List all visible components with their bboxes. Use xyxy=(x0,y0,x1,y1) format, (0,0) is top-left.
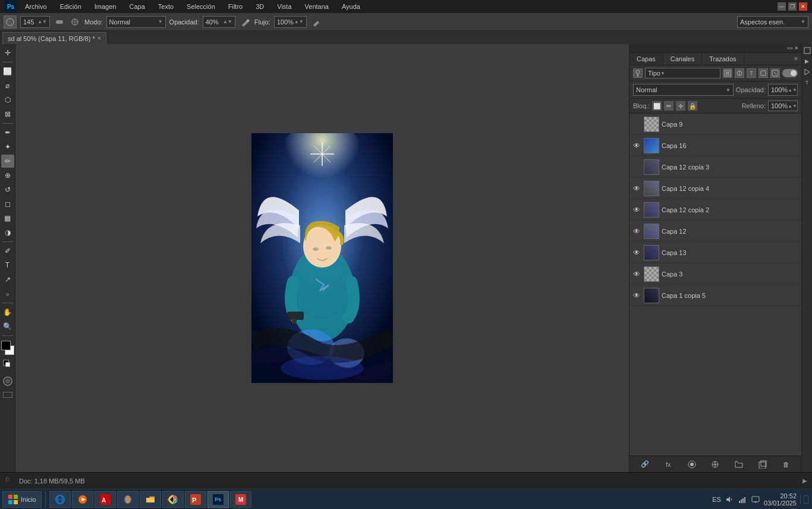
eraser-tool[interactable]: ◻ xyxy=(1,197,14,210)
layer-item[interactable]: 👁 Capa 1 copia 5 xyxy=(630,285,801,306)
layer-item[interactable]: 👁 Capa 9 xyxy=(630,114,801,135)
opacity-input[interactable]: 40%▲▼ xyxy=(203,16,235,28)
clone-stamp-tool[interactable]: ⊕ xyxy=(1,169,14,182)
speaker-icon[interactable] xyxy=(725,495,734,504)
filter-toggle[interactable] xyxy=(782,69,798,77)
lasso-tool[interactable]: ⌀ xyxy=(1,79,14,92)
lock-all-button[interactable]: 🔒 xyxy=(688,101,697,111)
menu-capa[interactable]: Capa xyxy=(124,2,149,11)
taskbar-app-unknown[interactable]: M xyxy=(230,491,251,508)
taskbar-photoshop[interactable]: Ps xyxy=(207,491,229,508)
opacity-value[interactable]: 100%▲▼ xyxy=(768,84,798,96)
brush-tool[interactable]: ✏ xyxy=(1,155,14,168)
show-desktop-button[interactable] xyxy=(800,495,810,504)
fill-value[interactable]: 100%▲▼ xyxy=(768,100,798,111)
menu-ventana[interactable]: Ventana xyxy=(300,2,333,11)
brush-hardness-icon[interactable] xyxy=(53,16,65,28)
document-tab[interactable]: sd al 50% (Capa 11, RGB/8) * × xyxy=(2,32,106,44)
taskbar-adobe-reader[interactable]: A xyxy=(95,491,116,508)
tab-canales[interactable]: Canales xyxy=(663,53,702,65)
new-group-button[interactable] xyxy=(734,459,744,470)
lock-transparent-button[interactable]: ⬜ xyxy=(652,101,662,111)
taskbar-explorer[interactable] xyxy=(140,491,161,508)
new-layer-button[interactable] xyxy=(757,459,768,470)
add-mask-button[interactable] xyxy=(687,459,697,470)
opacity-pen-icon[interactable] xyxy=(239,16,251,28)
type-tool[interactable]: T xyxy=(1,259,14,272)
filter-shape-button[interactable] xyxy=(759,68,768,78)
history-brush-tool[interactable]: ↺ xyxy=(1,183,14,196)
flow-pen-icon[interactable] xyxy=(310,16,322,28)
strip-panel-1[interactable] xyxy=(803,46,811,55)
strip-panel-2[interactable]: ▶ xyxy=(803,57,811,65)
menu-vista[interactable]: Vista xyxy=(272,2,296,11)
gradient-tool[interactable]: ▦ xyxy=(1,212,14,225)
network-icon[interactable] xyxy=(738,495,747,504)
tab-close-button[interactable]: × xyxy=(97,35,101,42)
filter-icon[interactable] xyxy=(633,68,643,78)
lock-position-button[interactable]: ✛ xyxy=(676,101,685,111)
filter-smart-button[interactable] xyxy=(770,68,780,78)
strip-panel-4[interactable]: T xyxy=(803,78,811,87)
menu-archivo[interactable]: Archivo xyxy=(20,2,52,11)
layer-visibility-toggle[interactable]: 👁 xyxy=(632,227,641,236)
dodge-tool[interactable]: ◑ xyxy=(1,226,14,239)
layer-item[interactable]: 👁 Capa 13 xyxy=(630,242,801,263)
pen-tool[interactable]: ✐ xyxy=(1,244,14,257)
panel-collapse-button[interactable]: «» xyxy=(787,45,793,51)
close-button[interactable]: ✕ xyxy=(799,2,807,11)
layer-effects-button[interactable]: fx xyxy=(663,459,673,470)
layer-item[interactable]: 👁 Capa 12 copia 4 xyxy=(630,178,801,199)
brush-size-input[interactable]: 145 ▲▼ xyxy=(20,16,50,28)
taskbar-ie[interactable] xyxy=(49,491,71,508)
move-tool[interactable]: ✛ xyxy=(1,46,14,59)
menu-seleccion[interactable]: Selección xyxy=(182,2,220,11)
taskbar-wmp[interactable] xyxy=(72,491,93,508)
workspace-dropdown[interactable]: Aspectos esen.▼ xyxy=(737,16,808,28)
layer-visibility-toggle[interactable]: 👁 xyxy=(632,184,641,193)
zoom-tool[interactable]: 🔍 xyxy=(1,320,14,333)
layers-options-button[interactable]: ≡ xyxy=(791,53,801,65)
filter-type-dropdown[interactable]: Tipo ▼ xyxy=(645,68,720,78)
tab-capas[interactable]: Capas xyxy=(630,53,663,65)
quick-mask-button[interactable] xyxy=(2,375,14,387)
color-selector[interactable] xyxy=(1,341,14,357)
flow-input[interactable]: 100%▲▼ xyxy=(274,16,307,28)
brush-settings-icon[interactable] xyxy=(69,16,81,28)
default-colors-icon[interactable] xyxy=(3,360,12,369)
menu-texto[interactable]: Texto xyxy=(153,2,178,11)
layer-item[interactable]: 👁 Capa 12 xyxy=(630,221,801,242)
layer-visibility-toggle[interactable]: 👁 xyxy=(632,248,641,257)
filter-pixel-button[interactable] xyxy=(723,68,732,78)
menu-edicion[interactable]: Edición xyxy=(55,2,86,11)
minimize-button[interactable]: — xyxy=(778,2,786,11)
layer-visibility-toggle[interactable]: 👁 xyxy=(632,269,641,279)
layer-visibility-toggle[interactable]: 👁 xyxy=(632,205,641,215)
delete-layer-button[interactable]: 🗑 xyxy=(780,459,791,470)
eyedropper-tool[interactable]: ✒ xyxy=(1,126,14,139)
screen-icon[interactable] xyxy=(751,495,760,504)
menu-filtro[interactable]: Filtro xyxy=(224,2,247,11)
mode-dropdown[interactable]: Normal▼ xyxy=(106,16,166,28)
layer-visibility-toggle[interactable]: 👁 xyxy=(632,141,641,150)
menu-ayuda[interactable]: Ayuda xyxy=(337,2,365,11)
menu-imagen[interactable]: Imagen xyxy=(90,2,121,11)
maximize-button[interactable]: ❐ xyxy=(788,2,797,11)
filter-type-button[interactable]: T xyxy=(747,68,756,78)
link-layers-button[interactable]: 🔗 xyxy=(640,459,650,470)
new-adjustment-button[interactable] xyxy=(710,459,720,470)
strip-panel-3[interactable] xyxy=(803,68,811,76)
hand-tool[interactable]: ✋ xyxy=(1,306,14,319)
marquee-tool[interactable]: ⬜ xyxy=(1,65,14,78)
foreground-color-box[interactable] xyxy=(1,341,11,350)
taskbar-powerpoint[interactable]: P xyxy=(185,491,206,508)
panel-close-button[interactable]: ✕ xyxy=(794,45,799,51)
filter-adjust-button[interactable] xyxy=(735,68,744,78)
layer-visibility-toggle[interactable]: 👁 xyxy=(632,291,641,300)
taskbar-chrome[interactable] xyxy=(162,491,184,508)
menu-3d[interactable]: 3D xyxy=(251,2,269,11)
layer-item[interactable]: 👁 Capa 3 xyxy=(630,263,801,285)
blend-mode-dropdown[interactable]: Normal▼ xyxy=(633,84,734,96)
layer-item[interactable]: 👁 Capa 12 copia 3 xyxy=(630,156,801,178)
screen-mode-button[interactable] xyxy=(2,391,14,399)
